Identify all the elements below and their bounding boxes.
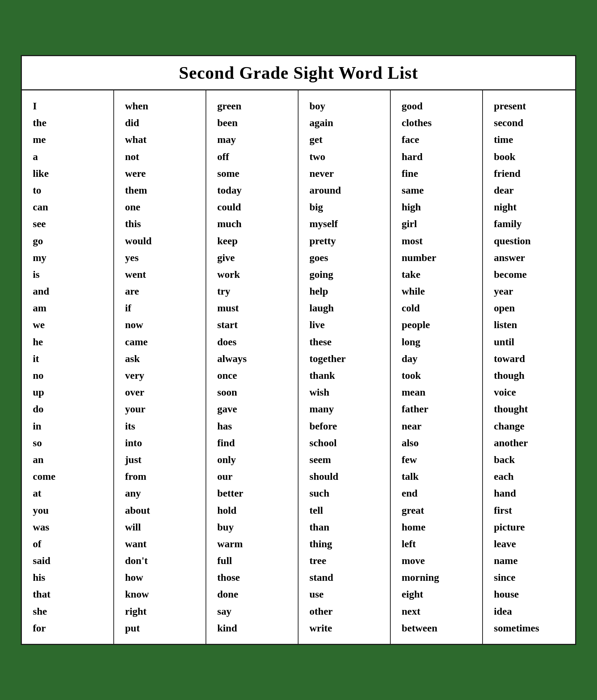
word-item: girl bbox=[402, 215, 471, 232]
word-item: voice bbox=[494, 384, 564, 401]
word-item: been bbox=[217, 114, 287, 131]
word-item: me bbox=[33, 131, 102, 148]
word-column-6: presentsecondtimebookfrienddearnightfami… bbox=[483, 90, 575, 644]
word-item: came bbox=[125, 334, 195, 350]
word-item: fine bbox=[402, 165, 471, 182]
word-item: toward bbox=[494, 350, 564, 367]
word-item: was bbox=[33, 519, 102, 536]
word-item: going bbox=[309, 266, 379, 283]
word-item: move bbox=[402, 552, 471, 569]
word-item: into bbox=[125, 435, 195, 451]
word-item: from bbox=[125, 468, 195, 485]
word-item: year bbox=[494, 283, 564, 300]
word-item: laugh bbox=[309, 300, 379, 316]
word-item: can bbox=[33, 199, 102, 215]
word-item: am bbox=[33, 300, 102, 316]
word-item: only bbox=[217, 451, 287, 468]
word-item: could bbox=[217, 199, 287, 215]
word-item: full bbox=[217, 552, 287, 569]
word-item: are bbox=[125, 283, 195, 300]
word-item: family bbox=[494, 215, 564, 232]
word-item: keep bbox=[217, 233, 287, 249]
word-column-5: goodclothesfacehardfinesamehighgirlmostn… bbox=[391, 90, 483, 644]
word-item: home bbox=[402, 519, 471, 536]
word-item: you bbox=[33, 502, 102, 519]
word-item: thank bbox=[309, 367, 379, 384]
word-item: until bbox=[494, 334, 564, 350]
word-item: hard bbox=[402, 148, 471, 165]
word-item: tell bbox=[309, 502, 379, 519]
word-item: will bbox=[125, 519, 195, 536]
word-item: our bbox=[217, 468, 287, 485]
word-item: of bbox=[33, 536, 102, 552]
word-item: them bbox=[125, 182, 195, 199]
word-item: I bbox=[33, 98, 102, 114]
word-item: other bbox=[309, 603, 379, 620]
word-item: about bbox=[125, 502, 195, 519]
word-item: no bbox=[33, 367, 102, 384]
word-item: warm bbox=[217, 536, 287, 552]
word-item: good bbox=[402, 98, 471, 114]
word-item: took bbox=[402, 367, 471, 384]
word-item: answer bbox=[494, 249, 564, 266]
word-item: start bbox=[217, 316, 287, 333]
word-item: eight bbox=[402, 586, 471, 603]
word-item: listen bbox=[494, 316, 564, 333]
word-item: myself bbox=[309, 215, 379, 232]
word-item: morning bbox=[402, 569, 471, 586]
word-item: so bbox=[33, 435, 102, 451]
word-column-3: greenbeenmayoffsometodaycouldmuchkeepgiv… bbox=[206, 90, 298, 644]
word-item: use bbox=[309, 586, 379, 603]
word-item: his bbox=[33, 569, 102, 586]
word-item: ask bbox=[125, 350, 195, 367]
word-item: say bbox=[217, 603, 287, 620]
word-item: big bbox=[309, 199, 379, 215]
word-item: those bbox=[217, 569, 287, 586]
word-item: these bbox=[309, 334, 379, 350]
word-item: since bbox=[494, 569, 564, 586]
word-item: does bbox=[217, 334, 287, 350]
word-item: your bbox=[125, 401, 195, 417]
word-item: were bbox=[125, 165, 195, 182]
word-item: over bbox=[125, 384, 195, 401]
word-item: what bbox=[125, 131, 195, 148]
word-item: live bbox=[309, 316, 379, 333]
word-item: want bbox=[125, 536, 195, 552]
word-item: said bbox=[33, 552, 102, 569]
word-item: long bbox=[402, 334, 471, 350]
word-item: do bbox=[33, 401, 102, 417]
word-item: come bbox=[33, 468, 102, 485]
word-item: its bbox=[125, 418, 195, 435]
word-item: pretty bbox=[309, 233, 379, 249]
page-title: Second Grade Sight Word List bbox=[26, 63, 571, 83]
word-item: friend bbox=[494, 165, 564, 182]
word-item: one bbox=[125, 199, 195, 215]
word-item: once bbox=[217, 367, 287, 384]
word-column-1: Ithemealiketocanseegomyisandamweheitnoup… bbox=[22, 90, 114, 644]
word-item: today bbox=[217, 182, 287, 199]
word-item: first bbox=[494, 502, 564, 519]
word-item: buy bbox=[217, 519, 287, 536]
word-item: two bbox=[309, 148, 379, 165]
word-item: school bbox=[309, 435, 379, 451]
word-item: father bbox=[402, 401, 471, 417]
word-item: go bbox=[33, 233, 102, 249]
word-item: find bbox=[217, 435, 287, 451]
word-item: that bbox=[33, 586, 102, 603]
word-item: seem bbox=[309, 451, 379, 468]
word-item: would bbox=[125, 233, 195, 249]
word-item: again bbox=[309, 114, 379, 131]
word-item: around bbox=[309, 182, 379, 199]
word-item: get bbox=[309, 131, 379, 148]
word-item: for bbox=[33, 620, 102, 637]
word-item: most bbox=[402, 233, 471, 249]
word-item: second bbox=[494, 114, 564, 131]
word-item: to bbox=[33, 182, 102, 199]
word-item: next bbox=[402, 603, 471, 620]
word-item: night bbox=[494, 199, 564, 215]
word-item: any bbox=[125, 485, 195, 502]
word-item: tree bbox=[309, 552, 379, 569]
word-item: when bbox=[125, 98, 195, 114]
word-item: book bbox=[494, 148, 564, 165]
word-item: right bbox=[125, 603, 195, 620]
